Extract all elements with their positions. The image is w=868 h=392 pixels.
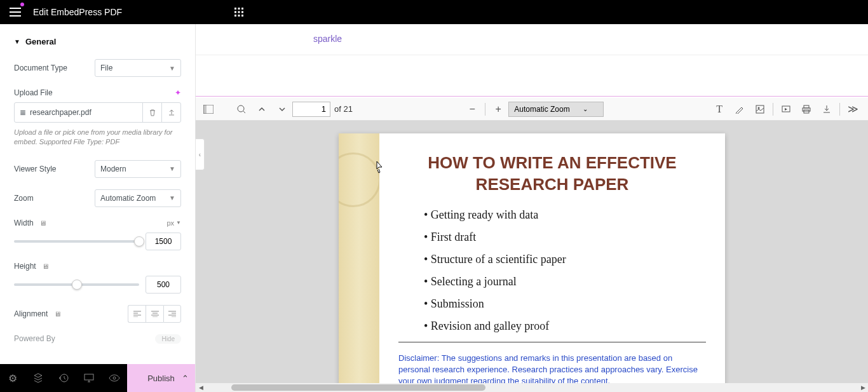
cursor-icon (374, 161, 384, 175)
delete-file-button[interactable] (142, 103, 161, 122)
ai-sparkle-icon[interactable]: ✦ (175, 88, 181, 97)
svg-rect-0 (234, 8, 236, 10)
page-title: Edit EmbedPress PDF (31, 7, 122, 17)
upload-file-button[interactable] (161, 103, 180, 122)
page-number-input[interactable] (292, 102, 330, 117)
width-label: Width 🖥 (14, 219, 46, 227)
powered-by-toggle[interactable]: Hide (155, 334, 181, 344)
width-slider[interactable] (14, 240, 139, 243)
svg-point-14 (238, 105, 244, 112)
powered-by-label: Powered By (14, 334, 55, 343)
chevron-down-icon: ⌄ (583, 105, 588, 112)
viewer-style-select[interactable]: Modern ▼ (95, 160, 181, 178)
draw-tool-button[interactable] (729, 99, 750, 119)
svg-rect-6 (234, 15, 236, 17)
sidebar-toggle-button[interactable] (198, 99, 219, 119)
publish-button[interactable]: Publish ⌃ (127, 364, 195, 392)
preview-button[interactable] (102, 364, 127, 392)
widget-outline (196, 96, 868, 97)
download-button[interactable] (817, 99, 837, 119)
align-right-button[interactable] (163, 305, 181, 323)
svg-rect-5 (241, 11, 243, 13)
pdf-title: HOW TO WRITE AN EFFECTIVE RESEARCH PAPER (398, 152, 706, 196)
width-input[interactable] (146, 233, 181, 250)
image-tool-button[interactable] (750, 99, 770, 119)
alignment-label: Alignment 🖥 (14, 309, 61, 318)
height-slider[interactable] (14, 283, 139, 286)
zoom-in-button[interactable]: + (488, 99, 508, 119)
pdf-viewer[interactable]: HOW TO WRITE AN EFFECTIVE RESEARCH PAPER… (196, 121, 868, 392)
chevron-down-icon: ▼ (169, 194, 175, 201)
search-button[interactable] (231, 99, 252, 119)
svg-point-16 (758, 107, 760, 109)
svg-rect-8 (241, 15, 243, 17)
pdf-page: HOW TO WRITE AN EFFECTIVE RESEARCH PAPER… (339, 133, 725, 392)
page-total: of 21 (330, 104, 356, 114)
chevron-down-icon: ▼ (169, 65, 175, 72)
document-type-label: Document Type (14, 64, 67, 72)
svg-rect-7 (238, 15, 240, 17)
presentation-button[interactable] (776, 99, 796, 119)
pdf-toolbar: of 21 − + Automatic Zoom ⌄ T (196, 98, 868, 121)
navigator-button[interactable] (25, 364, 51, 392)
upload-help-text: Upload a file or pick one from your medi… (14, 128, 181, 147)
svg-rect-2 (241, 8, 243, 10)
zoom-label: Zoom (14, 194, 34, 203)
svg-point-11 (113, 377, 116, 379)
upload-file-label: Upload File (14, 88, 53, 97)
section-label: General (25, 37, 56, 46)
prev-page-button[interactable] (252, 99, 272, 119)
zoom-level-select[interactable]: Automatic Zoom ⌄ (508, 102, 603, 117)
svg-rect-13 (203, 105, 207, 114)
pdf-bullet-list: Getting ready with data First draft Stru… (398, 208, 706, 333)
settings-sidebar: ▼ General Document Type File ▼ Upload Fi… (0, 24, 196, 392)
more-tools-button[interactable]: ≫ (843, 99, 863, 119)
desktop-icon[interactable]: 🖥 (54, 310, 61, 318)
panel-collapse-button[interactable]: ‹ (196, 139, 205, 170)
chevron-up-icon: ⌃ (182, 374, 189, 383)
svg-rect-4 (238, 11, 240, 13)
settings-button[interactable]: ⚙ (0, 364, 25, 392)
alignment-group (128, 305, 181, 323)
apps-grid-button[interactable] (224, 0, 254, 24)
preview-area: sparkle ‹ of 21 − + (196, 24, 868, 392)
align-left-button[interactable] (128, 305, 146, 323)
chevron-down-icon: ▼ (169, 165, 175, 172)
document-type-select[interactable]: File ▼ (95, 59, 181, 77)
caret-down-icon: ▼ (14, 38, 20, 45)
breadcrumb[interactable]: sparkle (313, 34, 342, 44)
zoom-out-button[interactable]: − (462, 99, 482, 119)
height-input[interactable] (146, 276, 181, 294)
responsive-button[interactable] (76, 364, 102, 392)
editor-bottombar: ⚙ Publish ⌃ (0, 364, 195, 392)
text-tool-button[interactable]: T (709, 99, 729, 119)
align-center-button[interactable] (146, 305, 163, 323)
width-unit[interactable]: px ▼ (166, 219, 181, 227)
file-input: ≣ researchpaper.pdf (14, 102, 181, 123)
next-page-button[interactable] (272, 99, 292, 119)
viewer-style-label: Viewer Style (14, 165, 56, 173)
svg-rect-3 (234, 11, 236, 13)
notification-dot-icon (20, 3, 24, 6)
history-button[interactable] (51, 364, 76, 392)
zoom-select[interactable]: Automatic Zoom ▼ (95, 189, 181, 207)
file-icon: ≣ (20, 108, 26, 117)
desktop-icon[interactable]: 🖥 (39, 219, 46, 227)
height-label: Height 🖥 (14, 262, 49, 271)
menu-button[interactable] (0, 0, 31, 24)
svg-rect-18 (804, 105, 809, 108)
editor-topbar: Edit EmbedPress PDF (0, 0, 868, 24)
file-name-display: ≣ researchpaper.pdf (15, 108, 142, 117)
section-general[interactable]: ▼ General (14, 37, 181, 46)
desktop-icon[interactable]: 🖥 (42, 262, 49, 270)
horizontal-scrollbar[interactable]: ◀ ▶ (196, 383, 868, 392)
svg-rect-10 (85, 374, 93, 380)
svg-rect-1 (238, 8, 240, 10)
print-button[interactable] (796, 99, 817, 119)
